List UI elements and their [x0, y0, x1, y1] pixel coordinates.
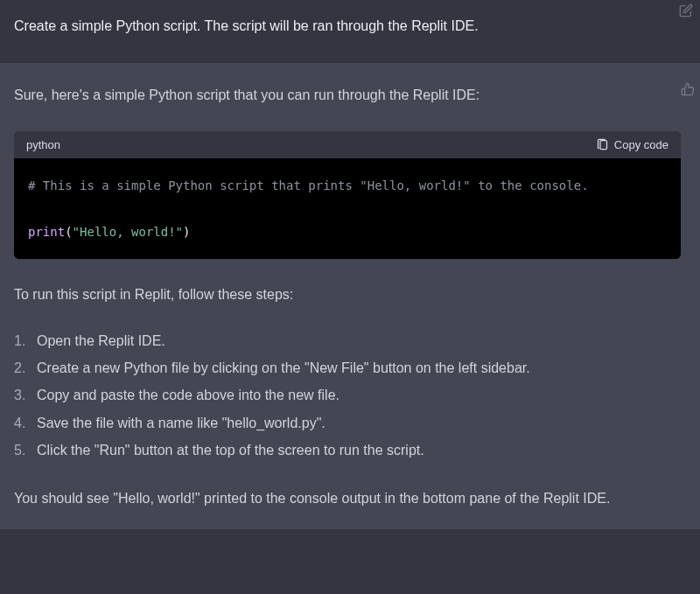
user-message-block: Create a simple Python script. The scrip…	[0, 0, 700, 63]
code-block: python Copy code # This is a simple Pyth…	[14, 131, 681, 260]
list-item: Copy and paste the code above into the n…	[14, 381, 686, 409]
assistant-outro-text: You should see "Hello, world!" printed t…	[14, 485, 686, 512]
instructions-lead: To run this script in Replit, follow the…	[14, 283, 686, 306]
copy-code-label: Copy code	[614, 138, 668, 151]
code-open-paren: (	[65, 225, 72, 239]
code-close-paren: )	[183, 225, 190, 239]
code-string: "Hello, world!"	[73, 225, 183, 239]
code-body: # This is a simple Python script that pr…	[14, 158, 681, 260]
edit-icon[interactable]	[679, 3, 693, 21]
thumbs-up-icon[interactable]	[681, 82, 695, 100]
code-comment: # This is a simple Python script that pr…	[28, 178, 589, 192]
steps-list: Open the Replit IDE. Create a new Python…	[14, 327, 686, 464]
assistant-message-block: Sure, here's a simple Python script that…	[0, 63, 700, 529]
user-prompt-text: Create a simple Python script. The scrip…	[14, 16, 686, 37]
assistant-intro-text: Sure, here's a simple Python script that…	[14, 84, 686, 107]
clipboard-icon	[596, 138, 609, 151]
code-function: print	[28, 225, 65, 239]
code-language-label: python	[26, 138, 60, 151]
list-item: Create a new Python file by clicking on …	[14, 354, 686, 381]
list-item: Save the file with a name like "hello_wo…	[14, 409, 686, 437]
list-item: Open the Replit IDE.	[14, 327, 686, 354]
copy-code-button[interactable]: Copy code	[596, 138, 668, 151]
code-header: python Copy code	[14, 131, 681, 158]
svg-rect-0	[600, 140, 607, 149]
list-item: Click the "Run" button at the top of the…	[14, 437, 686, 464]
